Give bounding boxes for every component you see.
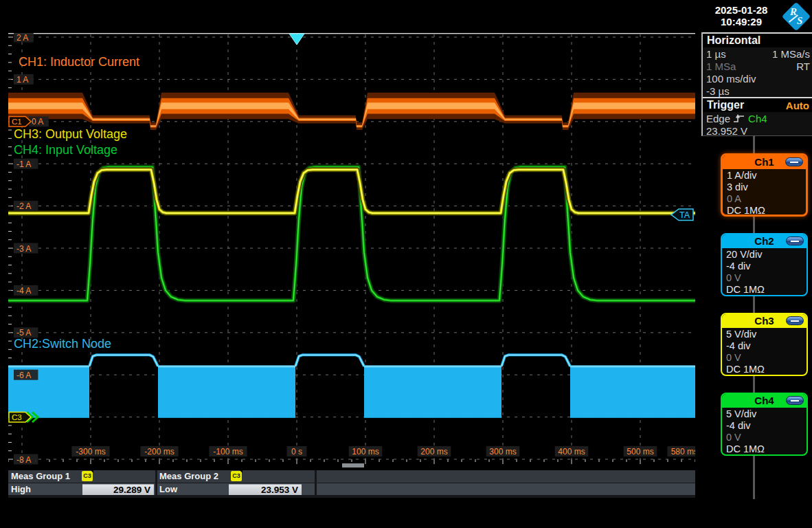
channel-header-ch3[interactable]: Ch3 [722,314,807,328]
channel-scale: 5 V/div [726,408,807,420]
svg-text:-300 ms: -300 ms [76,447,105,456]
channel-offset: 0 V [726,272,807,284]
channel-coupling: DC 1MΩ [727,205,806,217]
svg-text:500 ms: 500 ms [627,447,653,456]
minimize-button[interactable] [786,396,804,405]
rising-edge-icon [733,113,745,124]
record-length-value: 1 MSa [706,60,736,72]
datetime-display: 2025-01-28 10:49:29 [703,4,779,28]
acquisition-mode-value: RT [796,60,810,72]
meas-group-title: Meas Group 1 [11,471,70,481]
channel-position: -4 div [726,261,807,272]
trigger-mode-value: Auto [786,100,809,111]
channel-position: -4 div [726,340,807,352]
trigger-source-row[interactable]: Edge Ch4 [703,112,812,124]
channel-header-ch4[interactable]: Ch4 [722,394,807,408]
svg-text:-200 ms: -200 ms [144,447,174,456]
svg-text:2 A: 2 A [16,33,28,43]
timebase-value: 100 ms/div [706,73,756,85]
channel-coupling: DC 1MΩ [726,284,807,296]
trigger-level-marker[interactable]: TA [671,209,693,221]
svg-text:-6 A: -6 A [16,371,31,380]
meas-row-label: Low [159,484,177,494]
svg-text:300 ms: 300 ms [489,447,516,456]
rohde-schwarz-logo-icon: R S [781,1,811,32]
trigger-source-value: Ch4 [748,113,767,124]
ch4-trace-label: CH4: Input Voltage [14,143,117,157]
svg-text:-2 A: -2 A [16,201,31,211]
ch2-trace-label: CH2:Switch Node [14,337,111,351]
meas-group-title: Meas Group 2 [159,471,218,481]
svg-text:0 s: 0 s [291,447,302,456]
svg-text:580 ms: 580 ms [671,447,695,456]
channel-coupling: DC 1MΩ [726,443,807,455]
svg-text:-4 A: -4 A [16,286,31,296]
trigger-type-value: Edge [706,113,730,124]
channel-box-ch4[interactable]: Ch4 5 V/div -4 div 0 V DC 1MΩ [721,393,808,456]
svg-text:1 A: 1 A [16,75,28,85]
svg-text:-1 A: -1 A [16,160,31,169]
svg-text:C3: C3 [12,413,22,421]
svg-text:C1: C1 [12,118,22,126]
svg-text:-100 ms: -100 ms [213,447,243,456]
channel-scale: 5 V/div [726,329,807,340]
minimize-button[interactable] [785,157,803,166]
horizontal-scale-row[interactable]: 100 ms/div [703,72,812,85]
meas-value: 29.289 V [82,484,154,495]
waveform-display: -300 ms-200 ms-100 ms0 s100 ms200 ms300 … [8,33,695,465]
channel-offset: 0 V [726,352,807,364]
svg-text:100 ms: 100 ms [352,447,379,456]
channel-position: 3 div [727,182,806,193]
channel-box-ch3[interactable]: Ch3 5 V/div -4 div 0 V DC 1MΩ [721,313,808,376]
svg-text:TA: TA [679,210,690,220]
horizontal-position-row[interactable]: -3 µs [703,85,812,97]
horizontal-record-row[interactable]: 1 MSa RT [703,60,812,72]
channel-position: -4 div [726,420,807,432]
display-resize-handle[interactable] [342,463,364,468]
ch1-trace-label: CH1: Inductor Current [19,55,139,69]
channel-box-ch2[interactable]: Ch2 20 V/div -4 div 0 V DC 1MΩ [721,233,808,296]
horizontal-position-value: -3 µs [706,85,730,97]
svg-text:400 ms: 400 ms [558,447,585,456]
channel-header-ch2[interactable]: Ch2 [722,234,807,248]
trigger-title: Trigger [707,99,744,111]
ch3-offset-marker[interactable]: C3 [9,412,31,423]
svg-text:200 ms: 200 ms [420,447,447,456]
channel-offset: 0 A [727,193,806,205]
minimize-button[interactable] [786,236,804,245]
channel-offset: 0 V [726,432,807,443]
date-text: 2025-01-28 [703,4,779,16]
oscilloscope-screen: 2025-01-28 10:49:29 R S Horizontal 1 µs … [0,0,812,528]
svg-text:-3 A: -3 A [16,244,31,254]
channel-header-ch1[interactable]: Ch1 [723,155,806,169]
trigger-level-value: 23.952 V [706,125,747,137]
channel-scale: 1 A/div [727,170,806,182]
meas-row-label: High [11,484,31,494]
minimize-button[interactable] [786,316,804,325]
horizontal-title: Horizontal [707,34,760,47]
meas-value: 23.953 V [229,484,302,495]
ch1-offset-marker[interactable]: C1 [9,117,31,127]
meas-source-badge: C3 [231,471,242,481]
trigger-level-row[interactable]: 23.952 V [703,124,812,136]
channel-coupling: DC 1MΩ [726,364,807,375]
channel-scale: 20 V/div [726,249,807,261]
svg-text:-8 A: -8 A [16,455,31,465]
trigger-position-marker[interactable] [289,34,304,45]
trigger-panel-header[interactable]: Trigger Auto [703,97,812,112]
horizontal-resolution-row[interactable]: 1 µs 1 MSa/s [703,47,812,60]
horizontal-panel-header[interactable]: Horizontal [703,32,812,47]
time-text: 10:49:29 [703,16,779,28]
sample-rate-value: 1 MSa/s [772,48,810,60]
channel-box-ch1[interactable]: Ch1 1 A/div 3 div 0 A DC 1MΩ [721,153,808,217]
svg-text:0 A: 0 A [32,117,43,126]
ch3-trace-label: CH3: Output Voltage [14,127,127,141]
acquisition-info-panel: Horizontal 1 µs 1 MSa/s 1 MSa RT 100 ms/… [701,32,812,136]
meas-source-badge: C3 [82,471,93,481]
measurement-bar: Meas Group 1 C3 High 29.289 V Meas Group… [8,470,695,498]
resolution-value: 1 µs [706,48,726,60]
